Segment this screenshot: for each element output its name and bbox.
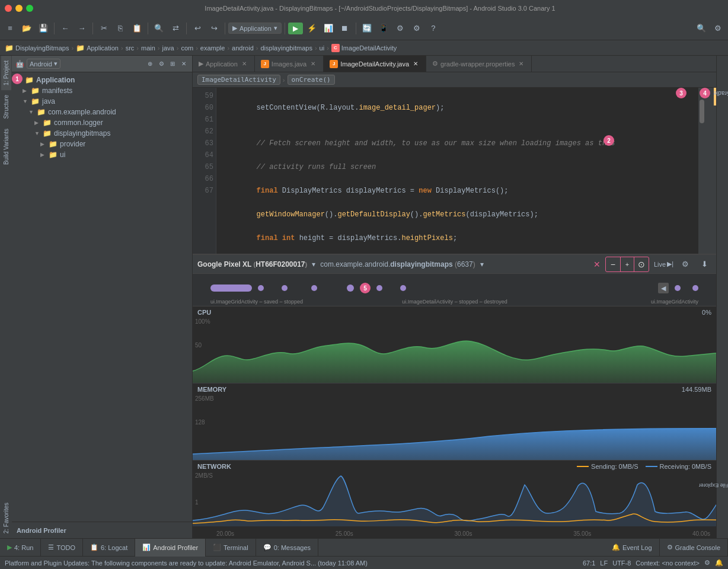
panel-expand-icon[interactable]: ⊞ [168, 59, 177, 69]
copy-icon[interactable]: ⎘ [113, 21, 128, 36]
timeline-dot-5[interactable] [400, 285, 406, 291]
find-icon[interactable]: 🔍 [151, 21, 167, 36]
status-settings-icon[interactable]: ⚙ [704, 559, 710, 567]
search-everywhere-icon[interactable]: 🔍 [694, 21, 709, 36]
sidebar-item-build-variants[interactable]: Build Variants [1, 124, 11, 170]
timeline-dot-3[interactable] [311, 285, 317, 291]
debug-icon[interactable]: ⚡ [304, 21, 320, 36]
tree-item-manifests[interactable]: ▶ 📁 manifests [18, 85, 192, 96]
sep10: › [327, 44, 329, 52]
breadcrumb-src[interactable]: src [126, 44, 135, 52]
tab-run[interactable]: ▶ 4: Run [0, 539, 41, 557]
sync-icon[interactable]: 🔄 [359, 21, 375, 36]
profiler-pid-dropdown[interactable]: ▾ [480, 260, 484, 268]
paste-icon[interactable]: 📋 [129, 21, 145, 36]
tree-item-provider[interactable]: ▶ 📁 provider [36, 139, 192, 149]
tab-images-java[interactable]: J Images.java ✕ [255, 56, 324, 72]
tree-arrow-manifests: ▶ [23, 88, 28, 94]
undo-icon[interactable]: ↩ [190, 21, 205, 36]
tab-event-log[interactable]: 🔔 Event Log [605, 539, 660, 557]
breadcrumb-com[interactable]: com [181, 44, 193, 52]
sidebar-item-device-file-explorer[interactable]: Device File Explorer [694, 481, 728, 491]
stop-icon[interactable]: ⏹ [337, 21, 353, 36]
new-file-icon[interactable]: ≡ [2, 21, 18, 36]
tab-image-detail-activity[interactable]: J ImageDetailActivity.java ✕ [324, 56, 426, 72]
tab-android-profiler[interactable]: 📊 Android Profiler [135, 539, 206, 557]
breadcrumb-class[interactable]: C ImageDetailActivity [331, 44, 397, 52]
tab-messages[interactable]: 💬 0: Messages [256, 539, 318, 557]
android-profiler-panel-label[interactable]: Android Profiler [12, 522, 192, 538]
zoom-out-button[interactable]: − [606, 257, 620, 271]
tab-images-close[interactable]: ✕ [309, 60, 317, 68]
tree-item-db[interactable]: ▼ 📁 displayingbitmaps [30, 128, 192, 139]
android-mode-dropdown[interactable]: Android ▾ [27, 59, 60, 69]
breadcrumb-main[interactable]: main [141, 44, 155, 52]
timeline-dot-4[interactable] [376, 285, 382, 291]
avd-icon[interactable]: 📱 [376, 21, 391, 36]
timeline-dot-2[interactable] [282, 285, 288, 291]
tab-terminal[interactable]: ⬛ Terminal [206, 539, 256, 557]
tab-gradle-wrapper[interactable]: ⚙ gradle-wrapper.properties ✕ [426, 56, 532, 72]
tree-item-java[interactable]: ▼ 📁 java [18, 96, 192, 107]
save-icon[interactable]: 💾 [36, 21, 51, 36]
breadcrumb-java[interactable]: java [162, 44, 174, 52]
breadcrumb-example[interactable]: example [200, 44, 225, 52]
tab-todo[interactable]: ☰ TODO [41, 539, 83, 557]
breadcrumb-root[interactable]: 📁 DisplayingBitmaps [5, 44, 69, 52]
tab-imagedetail-close[interactable]: ✕ [411, 60, 420, 68]
sidebar-item-gradle[interactable]: Gradle [708, 88, 728, 98]
minimize-button[interactable] [15, 5, 23, 12]
tab-application[interactable]: ▶ Application ✕ [193, 56, 255, 72]
redo-icon[interactable]: ↪ [206, 21, 222, 36]
zoom-reset-button[interactable]: + [620, 257, 634, 271]
tree-item-ui[interactable]: ▶ 📁 ui [36, 149, 192, 160]
sidebar-item-structure[interactable]: Structure [1, 90, 11, 124]
profiler-close-icon[interactable]: ✕ [593, 260, 601, 269]
sidebar-item-favorites[interactable]: 2: Favorites [1, 498, 11, 538]
profiler-dropdown-arrow[interactable]: ▾ [312, 260, 315, 268]
app-config-dropdown[interactable]: ▶ Application ▾ [228, 23, 282, 34]
help-icon[interactable]: ? [426, 21, 441, 36]
maximize-button[interactable] [26, 5, 33, 12]
sdk-icon[interactable]: ⚙ [392, 21, 408, 36]
breadcrumb-displayingbitmaps[interactable]: displayingbitmaps [260, 44, 312, 52]
tab-logcat[interactable]: 📋 6: Logcat [83, 539, 135, 557]
timeline-dot-last[interactable] [675, 285, 681, 291]
panel-close-icon[interactable]: ✕ [179, 59, 189, 69]
timeline-dot-1[interactable] [258, 285, 264, 291]
timeline-dot-end[interactable] [692, 285, 698, 291]
tree-item-application[interactable]: ▼ 📁 Application 1 [12, 75, 192, 85]
zoom-fit-button[interactable]: ⊙ [634, 257, 649, 271]
panel-sync-icon[interactable]: ⊕ [145, 59, 155, 69]
breadcrumb-android[interactable]: android [232, 44, 254, 52]
tab-application-close[interactable]: ✕ [240, 60, 248, 68]
open-icon[interactable]: 📂 [19, 21, 34, 36]
settings-gear-icon[interactable]: ⚙ [710, 21, 726, 36]
timeline-pill-2[interactable] [347, 284, 354, 292]
panel-gear-icon[interactable]: ⚙ [157, 59, 166, 69]
vertical-scrollbar[interactable]: 2 [698, 88, 705, 254]
tree-item-common-logger[interactable]: ▶ 📁 common.logger [30, 117, 192, 128]
live-button[interactable]: Live ▶| [654, 260, 673, 268]
forward-icon[interactable]: → [74, 21, 90, 36]
tab-gradle-close[interactable]: ✕ [517, 60, 525, 68]
cut-icon[interactable]: ✂ [96, 21, 111, 36]
replace-icon[interactable]: ⇄ [168, 21, 183, 36]
close-button[interactable] [5, 5, 12, 12]
sidebar-item-project[interactable]: 1: Project [1, 56, 11, 90]
timeline-nav-arrow[interactable]: ◀ [658, 283, 669, 293]
profiler-settings-icon[interactable]: ⚙ [678, 257, 692, 271]
tree-item-com-example[interactable]: ▼ 📁 com.example.android [24, 107, 192, 117]
code-content[interactable]: setContentView(R.layout.image_detail_pag… [216, 88, 698, 254]
profile-icon[interactable]: 📊 [321, 21, 336, 36]
status-notification-icon[interactable]: 🔔 [715, 559, 723, 567]
profiler-export-icon[interactable]: ⬇ [697, 257, 711, 271]
settings-icon[interactable]: ⚙ [409, 21, 424, 36]
timeline-pill[interactable] [210, 284, 252, 292]
back-icon[interactable]: ← [58, 21, 73, 36]
traffic-lights[interactable] [5, 5, 33, 12]
breadcrumb-ui[interactable]: ui [320, 44, 325, 52]
run-button[interactable]: ▶ [288, 23, 303, 34]
breadcrumb-application[interactable]: 📁 Application [76, 44, 119, 52]
tab-gradle-console[interactable]: ⚙ Gradle Console [660, 539, 728, 557]
